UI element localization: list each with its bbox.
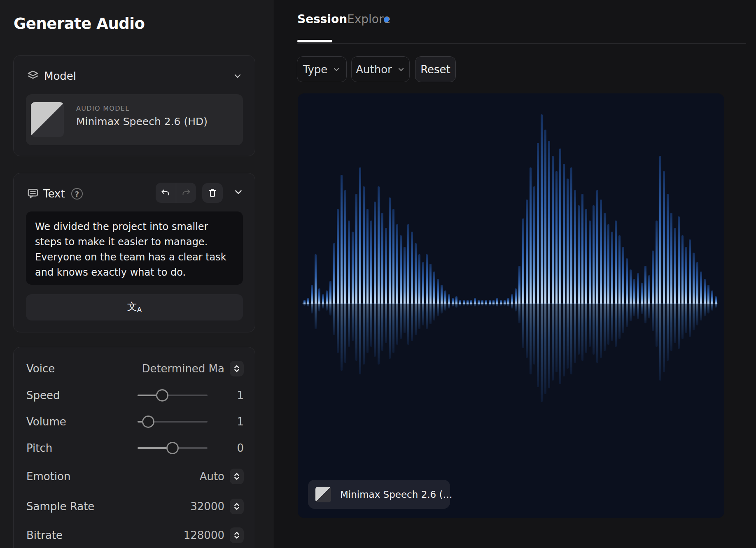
tab-session[interactable]: Session bbox=[297, 12, 347, 26]
generate-audio-panel: Generate Audio Model AUDIO MODEL Minimax… bbox=[0, 0, 273, 548]
bitrate-row: Bitrate 128000 bbox=[26, 527, 244, 543]
text-section-label: Text bbox=[43, 188, 65, 200]
speed-slider-handle[interactable] bbox=[156, 389, 168, 402]
pitch-slider[interactable] bbox=[138, 447, 208, 449]
redo-button[interactable] bbox=[176, 183, 196, 203]
emotion-stepper[interactable] bbox=[230, 469, 244, 484]
chevron-down-icon bbox=[332, 65, 341, 74]
model-type-label: AUDIO MODEL bbox=[76, 104, 129, 112]
volume-slider[interactable] bbox=[138, 421, 208, 423]
waveform-bars bbox=[298, 93, 724, 518]
fal-logo bbox=[31, 102, 64, 137]
pitch-label: Pitch bbox=[26, 442, 52, 454]
emotion-label: Emotion bbox=[26, 470, 70, 483]
sample-rate-stepper[interactable] bbox=[230, 499, 244, 514]
voice-stepper[interactable] bbox=[230, 361, 244, 376]
undo-button[interactable] bbox=[156, 183, 176, 203]
model-collapse-chevron-icon[interactable] bbox=[232, 71, 243, 81]
voice-value: Determined Ma bbox=[142, 362, 224, 375]
emotion-value: Auto bbox=[200, 470, 224, 483]
text-collapse-chevron-icon[interactable] bbox=[232, 187, 245, 197]
bitrate-label: Bitrate bbox=[26, 529, 63, 541]
text-input[interactable]: We divided the project into smaller step… bbox=[26, 211, 243, 285]
speed-slider[interactable] bbox=[138, 395, 208, 396]
emotion-row: Emotion Auto bbox=[26, 468, 244, 485]
trash-icon bbox=[208, 188, 217, 198]
volume-label: Volume bbox=[26, 416, 66, 428]
page-title: Generate Audio bbox=[14, 15, 145, 33]
voice-label: Voice bbox=[26, 362, 55, 375]
speed-label: Speed bbox=[26, 389, 60, 402]
translate-icon: 文 bbox=[127, 300, 137, 313]
sample-rate-value: 32000 bbox=[190, 500, 224, 513]
chevron-down-icon bbox=[397, 65, 405, 74]
layers-icon bbox=[27, 70, 39, 82]
pitch-value: 0 bbox=[237, 442, 244, 454]
model-select[interactable]: AUDIO MODEL Minimax Speech 2.6 (HD) bbox=[26, 94, 243, 145]
undo-redo-group bbox=[156, 183, 196, 203]
settings-card: Voice Determined Ma Speed 1 Volume 1 Pit… bbox=[13, 347, 255, 548]
model-section-label: Model bbox=[44, 70, 76, 82]
speed-row: Speed 1 bbox=[26, 387, 244, 404]
model-badge: Minimax Speech 2.6 (… bbox=[308, 480, 450, 509]
model-name: Minimax Speech 2.6 (HD) bbox=[76, 116, 208, 128]
sample-rate-row: Sample Rate 32000 bbox=[26, 498, 244, 515]
voice-row: Voice Determined Ma bbox=[26, 360, 244, 377]
author-filter-button[interactable]: Author bbox=[351, 56, 410, 82]
comment-icon bbox=[27, 187, 39, 200]
text-card: Text ? We divided the project into small… bbox=[13, 173, 255, 332]
pitch-slider-handle[interactable] bbox=[166, 442, 179, 454]
speed-value: 1 bbox=[237, 389, 244, 402]
model-card: Model AUDIO MODEL Minimax Speech 2.6 (HD… bbox=[13, 55, 255, 156]
type-filter-button[interactable]: Type bbox=[297, 56, 347, 82]
text-input-wrap: We divided the project into smaller step… bbox=[26, 211, 243, 285]
tabs-divider bbox=[297, 43, 746, 44]
volume-slider-handle[interactable] bbox=[142, 416, 154, 428]
session-panel: Session Explore Type Author Reset Minima… bbox=[274, 0, 756, 548]
delete-text-button[interactable] bbox=[202, 183, 223, 203]
explore-notification-dot bbox=[384, 17, 389, 22]
pitch-row: Pitch 0 bbox=[26, 440, 244, 456]
active-tab-underline bbox=[297, 40, 332, 42]
audio-result-waveform[interactable]: Minimax Speech 2.6 (… bbox=[298, 93, 724, 518]
volume-value: 1 bbox=[237, 416, 244, 428]
reset-filters-button[interactable]: Reset bbox=[415, 56, 456, 82]
help-icon[interactable]: ? bbox=[71, 188, 83, 200]
waveform-centerline bbox=[302, 303, 718, 304]
bitrate-stepper[interactable] bbox=[230, 527, 244, 543]
sample-rate-label: Sample Rate bbox=[26, 500, 94, 513]
fal-logo bbox=[315, 487, 331, 502]
translate-button[interactable]: 文A bbox=[26, 294, 243, 320]
volume-row: Volume 1 bbox=[26, 413, 244, 430]
model-badge-label: Minimax Speech 2.6 (… bbox=[340, 489, 453, 500]
bitrate-value: 128000 bbox=[184, 529, 224, 541]
